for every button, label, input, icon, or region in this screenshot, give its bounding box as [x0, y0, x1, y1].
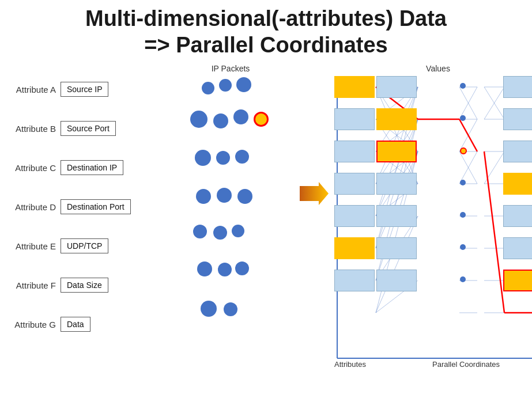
attr-box-D: Destination Port: [61, 199, 131, 214]
dot: [233, 109, 248, 124]
attr-box-C: Destination IP: [61, 160, 123, 175]
pc-box-4-7-orange-red: [503, 270, 532, 291]
dot: [190, 111, 207, 128]
small-dot: [460, 180, 466, 185]
dot: [237, 189, 252, 204]
attr-box-E: UDP/TCP: [61, 238, 108, 253]
pc-box-4-2: [503, 108, 532, 130]
dot: [196, 189, 211, 204]
title-line1: Multi-dimensional(-attributes) Data: [0, 6, 532, 32]
pc-box-1-5: [334, 205, 375, 227]
pc-box-4-3: [503, 141, 532, 162]
dot: [218, 263, 232, 276]
attr-label-C: Attribute C: [3, 163, 61, 173]
attr-label-A: Attribute A: [3, 85, 61, 94]
attr-label-B: Attribute B: [3, 124, 61, 134]
arrow-area: [294, 64, 334, 208]
pc-box-4-6: [503, 237, 532, 259]
dot-highlighted: [254, 112, 269, 127]
dot: [224, 302, 237, 316]
svg-line-46: [484, 87, 504, 119]
attr-row-A: Attribute A Source IP: [3, 70, 179, 109]
pc-box-2-2-orange: [376, 108, 417, 130]
title-area: Multi-dimensional(-attributes) Data => P…: [0, 0, 532, 61]
attr-row-D: Attribute D Destination Port: [3, 187, 179, 226]
attr-box-G: Data: [61, 317, 90, 332]
right-panel: Values: [334, 64, 532, 370]
small-dot: [460, 115, 466, 121]
pc-box-2-4: [376, 173, 417, 195]
pc-box-2-3-orange-red: [376, 141, 417, 162]
pc-footer-label: Parallel Coordinates: [432, 360, 500, 369]
pc-box-1-1: [334, 76, 375, 98]
pc-box-4-5: [503, 205, 532, 227]
content-area: Attribute A Source IP Attribute B Source…: [0, 64, 532, 370]
pc-box-2-5: [376, 205, 417, 227]
attr-row-E: Attribute E UDP/TCP: [3, 226, 179, 266]
circles-area: [184, 76, 288, 350]
pc-col-2: [376, 76, 417, 302]
transform-arrow: [297, 179, 331, 208]
pc-box-1-2: [334, 108, 375, 130]
attr-label-G: Attribute G: [3, 320, 61, 329]
dot: [235, 261, 249, 275]
dot: [219, 79, 232, 92]
small-dot-orange: [460, 147, 467, 154]
attr-box-B: Source Port: [61, 121, 116, 136]
title-line2: => Parallel Coordinates: [0, 32, 532, 59]
pc-col-4: [503, 76, 532, 302]
dot: [195, 150, 211, 166]
pc-box-2-1: [376, 76, 417, 98]
attr-row-B: Attribute B Source Port: [3, 109, 179, 148]
pc-col-1: [334, 76, 375, 302]
dot: [193, 225, 207, 238]
pc-box-4-4-orange: [503, 173, 532, 195]
left-panel: Attribute A Source IP Attribute B Source…: [0, 64, 179, 344]
attr-row-F: Attribute F Data Size: [3, 266, 179, 305]
ip-packets-label: IP Packets: [167, 64, 294, 73]
attr-label-D: Attribute D: [3, 202, 61, 212]
attr-label-E: Attribute E: [3, 241, 61, 251]
dot: [213, 113, 228, 128]
pc-box-1-4: [334, 173, 375, 195]
attributes-footer-label: Attributes: [334, 360, 366, 369]
attr-row-G: Attribute G Data: [3, 305, 179, 344]
pc-box-1-7: [334, 270, 375, 291]
svg-marker-0: [300, 182, 329, 205]
pc-box-1-6-orange: [334, 237, 375, 259]
attr-box-A: Source IP: [61, 82, 108, 97]
pc-box-1-3: [334, 141, 375, 162]
dot: [232, 225, 244, 237]
values-label: Values: [334, 64, 532, 73]
dot: [197, 261, 212, 276]
svg-line-45: [484, 87, 504, 119]
dot: [217, 188, 232, 203]
dot: [236, 77, 251, 92]
dot: [213, 226, 227, 240]
attr-box-F: Data Size: [61, 278, 108, 293]
pc-box-2-7: [376, 270, 417, 291]
dot: [216, 151, 230, 165]
dots-col: [460, 83, 467, 282]
dot: [201, 301, 217, 317]
pc-box-4-1: [503, 76, 532, 98]
middle-panel: IP Packets: [179, 64, 294, 350]
pc-box-2-6: [376, 237, 417, 259]
small-dot: [460, 83, 466, 89]
small-dot: [460, 276, 466, 282]
svg-line-49: [484, 151, 504, 184]
small-dot: [460, 244, 466, 250]
attr-label-F: Attribute F: [3, 280, 61, 290]
small-dot: [460, 212, 466, 218]
svg-line-57: [484, 151, 504, 313]
attr-row-C: Attribute C Destination IP: [3, 148, 179, 187]
dot: [235, 150, 249, 164]
dot: [202, 82, 214, 94]
